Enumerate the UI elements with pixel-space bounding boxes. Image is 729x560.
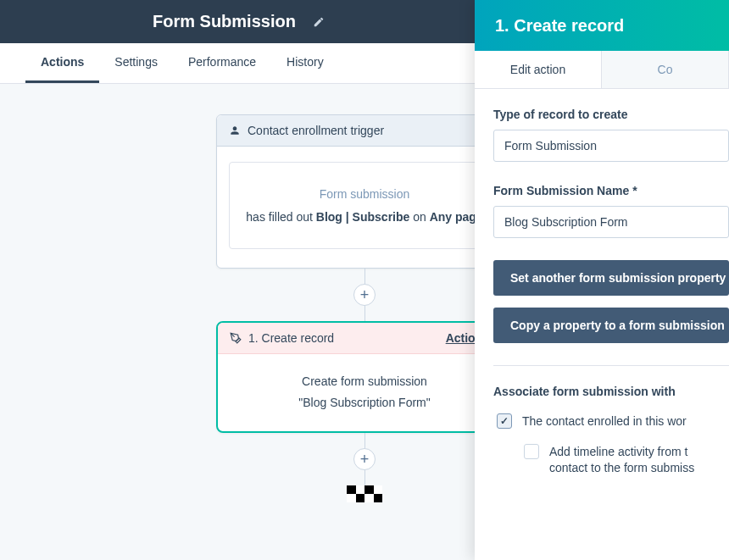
panel-tab-edit[interactable]: Edit action bbox=[475, 51, 602, 88]
submission-name-label: Form Submission Name * bbox=[493, 184, 729, 197]
action-description-line2: "Blog Subscription Form" bbox=[230, 392, 499, 413]
set-property-button[interactable]: Set another form submission property bbox=[493, 260, 729, 296]
record-type-label: Type of record to create bbox=[493, 108, 729, 121]
associate-contact-checkbox[interactable] bbox=[497, 413, 512, 429]
connector-line bbox=[364, 306, 365, 321]
timeline-activity-checkbox[interactable] bbox=[524, 444, 539, 459]
panel-body: Type of record to create Form Submission… bbox=[475, 89, 729, 477]
trigger-criteria-card[interactable]: Form submission has filled out Blog | Su… bbox=[229, 162, 500, 249]
create-record-icon bbox=[230, 332, 242, 344]
record-type-select[interactable]: Form Submission bbox=[493, 130, 729, 162]
connector-line bbox=[364, 269, 365, 284]
trigger-type-label: Form submission bbox=[242, 183, 487, 206]
action-node[interactable]: 1. Create record Actions Create form sub… bbox=[216, 321, 513, 432]
connector-line bbox=[364, 470, 365, 485]
pencil-icon bbox=[313, 16, 325, 28]
contact-icon bbox=[229, 125, 241, 136]
associate-contact-label: The contact enrolled in this wor bbox=[522, 413, 687, 430]
tab-actions[interactable]: Actions bbox=[25, 43, 99, 83]
trigger-node-title: Contact enrollment trigger bbox=[248, 124, 384, 137]
action-description-line1: Create form submission bbox=[230, 371, 499, 392]
copy-property-button[interactable]: Copy a property to a form submission bbox=[493, 308, 729, 343]
edit-title-button[interactable] bbox=[313, 16, 325, 28]
connector-line bbox=[364, 433, 365, 448]
panel-tabs: Edit action Co bbox=[475, 51, 729, 89]
action-node-header: 1. Create record Actions bbox=[218, 323, 511, 354]
trigger-node[interactable]: Contact enrollment trigger Form submissi… bbox=[216, 114, 513, 269]
action-config-panel: 1. Create record Edit action Co Type of … bbox=[475, 0, 729, 560]
timeline-activity-label: Add timeline activity from t contact to … bbox=[549, 444, 694, 477]
panel-header: 1. Create record bbox=[475, 0, 729, 51]
panel-divider bbox=[493, 365, 729, 366]
tab-settings[interactable]: Settings bbox=[99, 43, 173, 83]
action-node-body: Create form submission "Blog Subscriptio… bbox=[218, 354, 511, 430]
trigger-node-body: Form submission has filled out Blog | Su… bbox=[217, 147, 512, 268]
workflow-end-marker bbox=[347, 485, 382, 502]
associate-contact-row: The contact enrolled in this wor bbox=[497, 413, 729, 430]
associate-label: Associate form submission with bbox=[493, 385, 729, 398]
add-action-button[interactable]: + bbox=[353, 448, 376, 470]
trigger-description: has filled out Blog | Subscribe on Any p… bbox=[242, 206, 487, 229]
panel-title: 1. Create record bbox=[495, 16, 624, 36]
timeline-activity-row: Add timeline activity from t contact to … bbox=[524, 444, 729, 477]
tab-history[interactable]: History bbox=[271, 43, 339, 83]
trigger-node-header: Contact enrollment trigger bbox=[217, 115, 512, 147]
page-title: Form Submission bbox=[153, 12, 296, 31]
add-action-button[interactable]: + bbox=[353, 284, 376, 306]
action-node-title: 1. Create record bbox=[248, 331, 334, 345]
panel-tab-other[interactable]: Co bbox=[602, 51, 729, 88]
tab-performance[interactable]: Performance bbox=[173, 43, 271, 83]
submission-name-input[interactable] bbox=[493, 206, 729, 238]
